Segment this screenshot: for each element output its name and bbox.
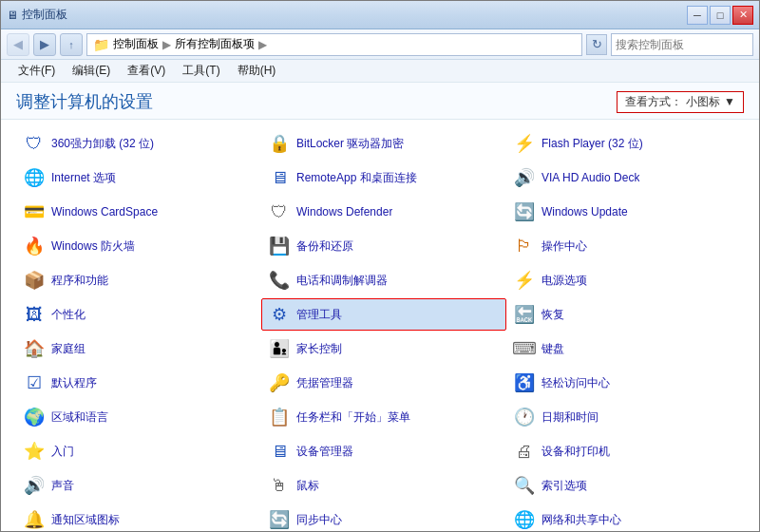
list-item[interactable]: 💳Windows CardSpace xyxy=(16,196,261,228)
item-icon: 🛡 xyxy=(23,132,46,155)
list-item[interactable]: ♿轻松访问中心 xyxy=(506,367,751,399)
item-label: 网络和共享中心 xyxy=(542,512,621,528)
address-sep: ▶ xyxy=(162,38,171,51)
item-label: 电源选项 xyxy=(542,273,587,289)
item-icon: ⭐ xyxy=(23,440,46,463)
title-text: 控制面板 xyxy=(22,7,67,23)
menu-bar: 文件(F) 编辑(E) 查看(V) 工具(T) 帮助(H) xyxy=(1,60,759,83)
list-item[interactable]: 📋任务栏和「开始」菜单 xyxy=(261,401,506,433)
item-icon: ⚙ xyxy=(268,303,291,326)
list-item[interactable]: 🔄同步中心 xyxy=(261,504,506,532)
view-header: 调整计算机的设置 查看方式： 小图标 ▼ xyxy=(1,83,759,120)
view-mode-label: 查看方式： xyxy=(625,94,682,110)
menu-view[interactable]: 查看(V) xyxy=(120,61,173,81)
list-item[interactable]: 🖼个性化 xyxy=(16,298,261,331)
list-item[interactable]: 🖥RemoteApp 和桌面连接 xyxy=(261,162,506,194)
list-item[interactable]: 🔊声音 xyxy=(16,469,261,502)
item-label: 操作中心 xyxy=(542,238,587,255)
list-item[interactable]: 🌐网络和共享中心 xyxy=(506,504,751,532)
up-button[interactable]: ↑ xyxy=(60,33,83,56)
list-item[interactable]: 💾备份和还原 xyxy=(261,230,506,262)
refresh-button[interactable]: ↻ xyxy=(586,34,607,55)
item-label: Windows Defender xyxy=(296,205,392,218)
address-sep-2: ▶ xyxy=(258,38,267,51)
list-item[interactable]: 🔥Windows 防火墙 xyxy=(16,230,261,262)
address-part-2: 所有控制面板项 xyxy=(175,36,255,52)
window-icon: 🖥 xyxy=(7,9,18,22)
item-label: 电话和调制解调器 xyxy=(296,273,388,289)
list-item[interactable]: 🔑凭据管理器 xyxy=(261,367,506,399)
maximize-button[interactable]: □ xyxy=(710,6,731,25)
list-item[interactable]: ⭐入门 xyxy=(16,435,261,467)
item-label: 声音 xyxy=(51,478,74,494)
list-item[interactable]: ⚡Flash Player (32 位) xyxy=(506,127,751,160)
list-item[interactable]: ⌨键盘 xyxy=(506,332,751,365)
item-icon: 🕐 xyxy=(513,406,536,428)
item-label: 家长控制 xyxy=(296,341,342,357)
view-mode-value: 小图标 xyxy=(686,94,720,110)
item-label: 360强力卸载 (32 位) xyxy=(51,136,154,152)
item-label: 通知区域图标 xyxy=(51,512,120,528)
menu-help[interactable]: 帮助(H) xyxy=(230,61,284,81)
list-item[interactable]: ⚙管理工具 xyxy=(261,298,506,331)
address-bar: 📁 控制面板 ▶ 所有控制面板项 ▶ xyxy=(86,33,582,56)
list-item[interactable]: 🌍区域和语言 xyxy=(16,401,261,433)
list-item[interactable]: 🏠家庭组 xyxy=(16,332,261,365)
item-icon: 🖱 xyxy=(268,474,291,497)
list-item[interactable]: 📞电话和调制解调器 xyxy=(261,264,506,296)
item-label: 凭据管理器 xyxy=(296,375,353,391)
item-icon: 👨‍👦 xyxy=(268,337,291,360)
item-label: 备份和还原 xyxy=(296,238,353,255)
item-icon: 🔄 xyxy=(268,508,291,531)
item-icon: 💳 xyxy=(23,200,46,223)
list-item[interactable]: 🕐日期和时间 xyxy=(506,401,751,433)
list-item[interactable]: 🔍索引选项 xyxy=(506,469,751,502)
item-icon: 🖨 xyxy=(513,440,536,463)
item-label: 同步中心 xyxy=(296,512,342,528)
menu-file[interactable]: 文件(F) xyxy=(10,61,63,81)
forward-button[interactable]: ▶ xyxy=(33,33,56,56)
view-mode-selector[interactable]: 查看方式： 小图标 ▼ xyxy=(617,91,744,113)
list-item[interactable]: ☑默认程序 xyxy=(16,367,261,399)
list-item[interactable]: ⚡电源选项 xyxy=(506,264,751,296)
minimize-button[interactable]: ─ xyxy=(687,6,708,25)
list-item[interactable]: 🔒BitLocker 驱动器加密 xyxy=(261,127,506,160)
close-button[interactable]: ✕ xyxy=(732,6,753,25)
item-label: 个性化 xyxy=(51,307,86,323)
item-label: 默认程序 xyxy=(51,375,97,391)
list-item[interactable]: 👨‍👦家长控制 xyxy=(261,332,506,365)
item-label: 索引选项 xyxy=(542,478,587,494)
list-item[interactable]: 🏳操作中心 xyxy=(506,230,751,262)
list-item[interactable]: 🌐Internet 选项 xyxy=(16,162,261,194)
list-item[interactable]: 📦程序和功能 xyxy=(16,264,261,296)
item-icon: 📞 xyxy=(268,269,291,292)
list-item[interactable]: 🖱鼠标 xyxy=(261,469,506,502)
list-item[interactable]: 🖥设备管理器 xyxy=(261,435,506,467)
menu-tools[interactable]: 工具(T) xyxy=(175,61,227,81)
list-item[interactable]: 🔔通知区域图标 xyxy=(16,504,261,532)
item-icon: ⚡ xyxy=(513,269,536,292)
item-icon: 🛡 xyxy=(268,200,291,223)
list-item[interactable]: 🛡360强力卸载 (32 位) xyxy=(16,127,261,160)
item-label: 程序和功能 xyxy=(51,273,108,289)
list-item[interactable]: 🔊VIA HD Audio Deck xyxy=(506,162,751,194)
item-icon: ⌨ xyxy=(513,337,536,360)
menu-edit[interactable]: 编辑(E) xyxy=(65,61,118,81)
item-icon: 🏳 xyxy=(513,235,536,257)
back-button[interactable]: ◀ xyxy=(7,33,29,56)
list-item[interactable]: 🔄Windows Update xyxy=(506,196,751,228)
list-item[interactable]: 🖨设备和打印机 xyxy=(506,435,751,467)
item-label: Windows CardSpace xyxy=(51,205,158,218)
item-label: Windows 防火墙 xyxy=(51,238,135,255)
item-label: BitLocker 驱动器加密 xyxy=(296,136,404,152)
list-item[interactable]: 🔙恢复 xyxy=(506,298,751,331)
item-label: RemoteApp 和桌面连接 xyxy=(296,170,417,186)
item-icon: 🔙 xyxy=(513,303,536,326)
list-item[interactable]: 🛡Windows Defender xyxy=(261,196,506,228)
item-label: 任务栏和「开始」菜单 xyxy=(296,409,410,426)
item-label: 键盘 xyxy=(542,341,564,357)
item-icon: 🔄 xyxy=(513,200,536,223)
item-icon: 🖥 xyxy=(268,166,291,189)
content-wrapper: 调整计算机的设置 查看方式： 小图标 ▼ 🛡360强力卸载 (32 位)🔒Bit… xyxy=(1,83,759,532)
search-input[interactable] xyxy=(616,38,758,51)
